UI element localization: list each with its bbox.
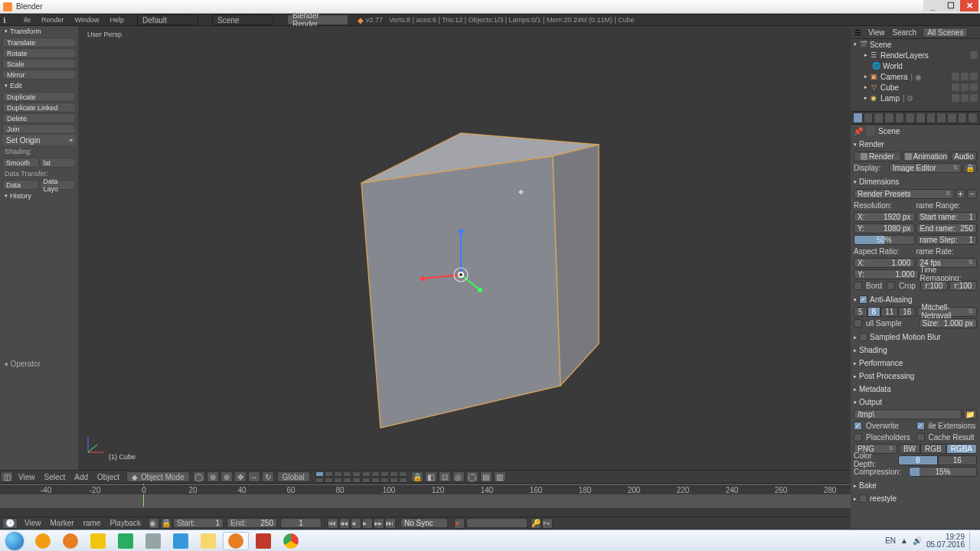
aa-size-field[interactable]: Size:1.000 px: [919, 318, 978, 328]
manipulator-translate-icon[interactable]: ↔: [248, 471, 260, 482]
res-x-field[interactable]: X:1920 px: [854, 212, 915, 222]
outliner-camera[interactable]: ▸▣Camera| ◉: [851, 71, 980, 82]
fs-check[interactable]: [859, 494, 867, 503]
crop-check[interactable]: [887, 282, 895, 290]
layout-selector[interactable]: Default: [137, 15, 198, 25]
remap-old-field[interactable]: r:100: [920, 281, 948, 291]
outliner-lamp[interactable]: ▸◉Lamp| ⚙: [851, 93, 980, 103]
tab-physics-icon[interactable]: [968, 112, 978, 123]
depth-8[interactable]: 8: [898, 455, 938, 465]
editor-type-timeline-icon[interactable]: 🕒: [2, 518, 18, 529]
snap-target-icon[interactable]: ◎: [452, 471, 465, 482]
close-button[interactable]: ✕: [960, 0, 978, 11]
panel-dimensions-head[interactable]: Dimensions: [851, 176, 980, 187]
tab-scene-icon[interactable]: [874, 112, 884, 123]
aa-16[interactable]: 16: [898, 307, 916, 317]
panel-meta-head[interactable]: Metadata: [851, 383, 980, 395]
browse-icon[interactable]: 📁: [963, 409, 977, 419]
cs-rgb[interactable]: RGB: [920, 444, 946, 454]
outliner[interactable]: ▾🎬Scene ▸☰RenderLayers 🌐World ▸▣Camera| …: [851, 39, 980, 111]
panel-bake-head[interactable]: Bake: [851, 480, 980, 491]
show-desktop-button[interactable]: [969, 532, 975, 550]
start-frame-prop[interactable]: Start rame:1: [916, 212, 978, 222]
panel-transform[interactable]: Transform: [0, 26, 78, 37]
pivot-align-icon[interactable]: ⊕: [220, 471, 233, 482]
translate-button[interactable]: Translate: [2, 37, 76, 47]
minimize-button[interactable]: _: [923, 0, 942, 11]
keyframe-prev-icon[interactable]: ◂◂: [339, 518, 350, 529]
tab-data-icon[interactable]: [926, 112, 936, 123]
tab-renderlayers-icon[interactable]: [864, 112, 874, 123]
delete-button[interactable]: Delete: [2, 113, 76, 123]
lock-display-icon[interactable]: 🔒: [963, 163, 977, 173]
view-menu[interactable]: View: [14, 473, 40, 481]
overwrite-check[interactable]: ✓: [854, 422, 862, 430]
menu-window[interactable]: Window: [70, 16, 105, 24]
placeholders-check[interactable]: [854, 433, 862, 442]
timeline-frame-menu[interactable]: rame: [79, 519, 106, 527]
keyframe-next-icon[interactable]: ▸▸: [374, 518, 384, 529]
maximize-button[interactable]: ☐: [942, 0, 960, 11]
aspect-x-field[interactable]: X:1.000: [854, 258, 915, 268]
sync-select[interactable]: No Sync: [400, 518, 448, 528]
keying-set-field[interactable]: [466, 518, 528, 528]
scene-selector[interactable]: Scene: [212, 15, 273, 25]
duplicate-linked-button[interactable]: Duplicate Linked: [2, 103, 76, 112]
taskbar-python-icon[interactable]: [168, 532, 194, 550]
snap-element-icon[interactable]: ⊡: [439, 471, 451, 482]
scale-button[interactable]: Scale: [2, 59, 76, 69]
panel-fs-head[interactable]: reestyle: [851, 493, 980, 504]
frame-step-field[interactable]: rame Step:1: [916, 235, 978, 245]
taskbar-3d-icon[interactable]: [140, 532, 166, 550]
outliner-filter[interactable]: All Scenes: [923, 28, 968, 37]
tray-flag-icon[interactable]: ▲: [900, 536, 908, 545]
proportional-edit-icon[interactable]: ◯: [466, 471, 479, 482]
taskbar-acrobat-icon[interactable]: [250, 532, 276, 550]
end-frame-prop[interactable]: End rame:250: [916, 223, 978, 233]
pin-icon[interactable]: 📌: [854, 127, 863, 135]
aa-filter-select[interactable]: Mitchell-Netravali: [917, 307, 977, 317]
cube-mesh[interactable]: [315, 126, 622, 441]
snap-icon[interactable]: ◧: [425, 471, 437, 482]
rotate-button[interactable]: Rotate: [2, 48, 76, 58]
outliner-search-menu[interactable]: Search: [889, 28, 921, 37]
taskbar-blender2-icon[interactable]: [223, 532, 249, 550]
panel-output-head[interactable]: Output: [851, 396, 980, 408]
tray-clock[interactable]: 19:29 05.07.2016: [926, 533, 965, 549]
timeline-marker-menu[interactable]: Marker: [46, 519, 79, 527]
manipulator-rotate-icon[interactable]: ↻: [262, 471, 274, 482]
lock-time-icon[interactable]: 🔒: [161, 518, 172, 529]
end-frame-field[interactable]: End:250: [227, 518, 277, 528]
record-icon[interactable]: ●: [454, 518, 465, 529]
outliner-renderlayers[interactable]: ▸☰RenderLayers: [851, 50, 980, 60]
data-layout-button[interactable]: Data Layo: [40, 180, 77, 190]
aa-check[interactable]: ✓: [859, 295, 867, 304]
render-preview-icon[interactable]: ▥: [494, 471, 506, 482]
auto-keyframe-icon[interactable]: ◉: [149, 518, 159, 529]
data-button[interactable]: Data: [2, 180, 39, 190]
editor-type-icon[interactable]: ℹ: [3, 16, 18, 24]
fileext-check[interactable]: ✓: [916, 422, 925, 430]
aspect-y-field[interactable]: Y:1.000: [854, 269, 919, 279]
timeline-playback-menu[interactable]: Playback: [105, 519, 145, 527]
layers-grid[interactable]: [315, 471, 407, 483]
insert-key-icon[interactable]: 🔑: [531, 518, 541, 529]
pivot-icon[interactable]: ⊕: [207, 471, 219, 482]
add-menu[interactable]: Add: [70, 473, 93, 481]
taskbar-notepad-icon[interactable]: [85, 532, 111, 550]
aa-8[interactable]: 8: [867, 307, 881, 317]
render-border-icon[interactable]: ▤: [480, 471, 492, 482]
jump-end-icon[interactable]: ⏭: [385, 518, 396, 529]
cache-check[interactable]: [916, 433, 925, 442]
aa-11[interactable]: 11: [880, 307, 898, 317]
depth-16[interactable]: 16: [938, 455, 978, 465]
join-button[interactable]: Join: [2, 124, 76, 134]
audio-button[interactable]: Audio: [951, 152, 977, 161]
preset-remove-icon[interactable]: −: [967, 189, 977, 199]
tab-object-icon[interactable]: [895, 112, 905, 123]
compression-field[interactable]: 15%: [909, 467, 977, 477]
current-frame-field[interactable]: 1: [280, 518, 322, 528]
tab-render-icon[interactable]: [853, 112, 863, 123]
taskbar-blender-icon[interactable]: [57, 532, 83, 550]
tab-modifiers-icon[interactable]: [916, 112, 926, 123]
